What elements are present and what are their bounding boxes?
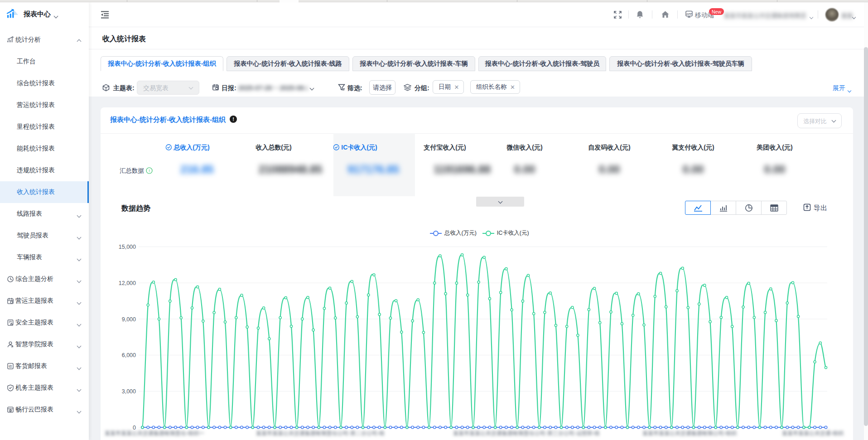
svg-text:APP: APP xyxy=(686,13,692,15)
svg-text:收: 收 xyxy=(9,364,12,368)
svg-text:!: ! xyxy=(149,169,150,173)
